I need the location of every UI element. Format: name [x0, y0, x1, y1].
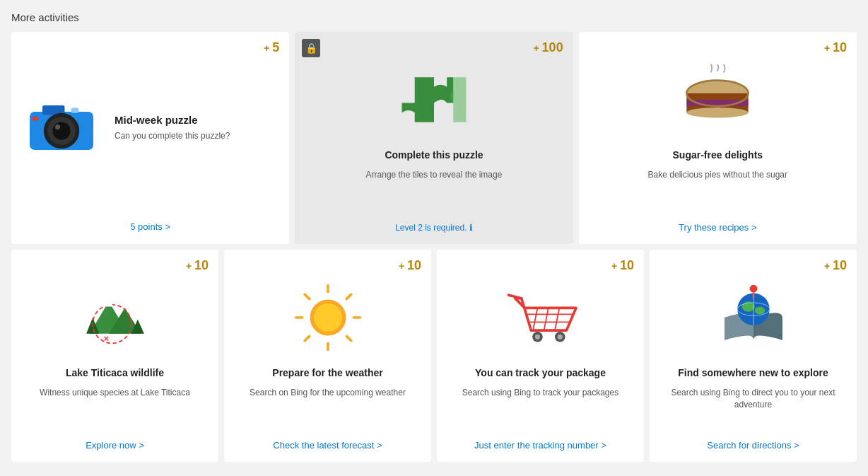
svg-line-28: [305, 336, 309, 340]
card-lake-titicaca: + 10 × Lake Titicaca wildlife Witness un…: [11, 250, 218, 462]
card-weather: + 10 Prepare for the weather Search on B…: [224, 250, 431, 462]
svg-line-25: [305, 294, 309, 298]
explore-title: Find somewhere new to explore: [678, 367, 828, 378]
puzzle-icon: [395, 64, 473, 138]
midweek-title: Mid-week puzzle: [115, 114, 230, 126]
sugar-desc: Bake delicious pies without the sugar: [648, 169, 787, 181]
points-badge-track: + 10: [611, 258, 634, 273]
pie-icon: [679, 64, 756, 138]
svg-marker-19: [103, 300, 114, 306]
sun-icon: [289, 282, 367, 356]
weather-title: Prepare for the weather: [272, 367, 382, 378]
points-badge-sugar: + 10: [824, 40, 847, 55]
card-complete-puzzle: 🔒 + 100 Complete this puzzle Arrange the…: [295, 32, 573, 244]
midweek-desc: Can you complete this puzzle?: [115, 130, 230, 142]
track-title: You can track your package: [475, 367, 606, 378]
lock-icon: 🔒: [302, 39, 320, 57]
track-link[interactable]: Just enter the tracking number >: [474, 429, 606, 451]
weather-desc: Search on Bing for the upcoming weather: [250, 387, 406, 399]
svg-point-4: [52, 122, 70, 139]
cart-icon: [502, 282, 580, 356]
globe-icon: [715, 282, 792, 356]
svg-line-32: [533, 308, 537, 330]
weather-link[interactable]: Check the latest forecast >: [273, 429, 382, 451]
midweek-link[interactable]: 5 points >: [130, 221, 170, 232]
svg-line-39: [508, 295, 521, 298]
svg-line-33: [544, 308, 548, 330]
points-badge-weather: + 10: [399, 258, 421, 273]
svg-line-27: [346, 294, 351, 298]
level-req: Level 2 is required. ℹ: [395, 211, 473, 233]
page-title: More activities: [11, 11, 857, 23]
card-track-package: + 10 You can track your: [437, 250, 644, 462]
lake-desc: Witness unique species at Lake Titicaca: [40, 387, 190, 399]
explore-desc: Search using Bing to direct you to your …: [661, 387, 845, 411]
svg-point-43: [749, 285, 757, 293]
svg-line-26: [346, 336, 351, 340]
svg-point-10: [687, 108, 749, 118]
points-badge-lake: + 10: [186, 258, 209, 273]
svg-rect-7: [71, 108, 79, 113]
card-sugar-free: + 10 Sugar-free delights Bake de: [579, 32, 857, 244]
card-explore: + 10: [650, 250, 857, 462]
svg-point-38: [557, 335, 562, 339]
lake-title: Lake Titicaca wildlife: [66, 367, 164, 378]
sugar-link[interactable]: Try these recipes >: [679, 211, 756, 233]
lake-link[interactable]: Explore now >: [86, 429, 144, 451]
nature-icon: ×: [76, 282, 154, 356]
svg-line-34: [555, 308, 559, 330]
svg-text:×: ×: [103, 333, 108, 344]
svg-point-5: [55, 124, 60, 129]
svg-point-36: [534, 335, 539, 339]
svg-rect-6: [33, 117, 39, 120]
points-badge-midweek: + 5: [264, 40, 279, 55]
svg-point-42: [754, 307, 765, 315]
points-badge-puzzle: + 100: [534, 40, 563, 55]
explore-link[interactable]: Search for directions >: [707, 429, 799, 451]
svg-point-29: [314, 303, 342, 332]
camera-icon: [23, 93, 100, 163]
points-badge-explore: + 10: [824, 258, 847, 273]
puzzle-desc: Arrange the tiles to reveal the image: [366, 169, 503, 181]
card-midweek-puzzle: + 5: [11, 32, 289, 244]
puzzle-title: Complete this puzzle: [385, 149, 483, 161]
sugar-title: Sugar-free delights: [673, 149, 763, 161]
track-desc: Search using Bing to track your packages: [462, 387, 618, 399]
